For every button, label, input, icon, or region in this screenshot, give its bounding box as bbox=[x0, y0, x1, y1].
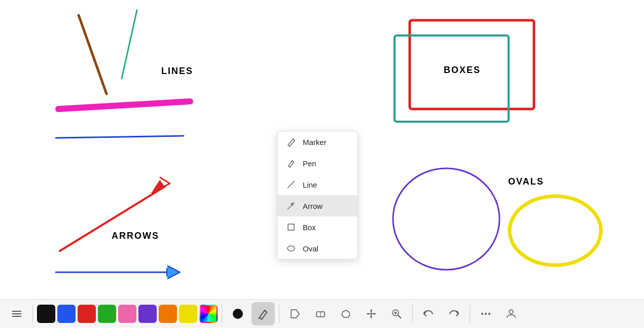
marker-label: Marker bbox=[303, 138, 327, 147]
pen-label: Pen bbox=[303, 159, 316, 168]
ovals-label: OVALS bbox=[508, 176, 544, 187]
move-button[interactable] bbox=[360, 302, 383, 325]
svg-line-3 bbox=[56, 136, 184, 138]
separator-1 bbox=[32, 305, 33, 323]
color-yellow[interactable] bbox=[179, 305, 197, 323]
color-multi[interactable] bbox=[199, 305, 218, 323]
menu-item-marker[interactable]: Marker bbox=[277, 131, 357, 153]
profile-button[interactable] bbox=[499, 302, 523, 325]
svg-marker-28 bbox=[367, 313, 369, 315]
pen-icon bbox=[285, 158, 297, 169]
svg-point-11 bbox=[510, 196, 601, 265]
boxes-label: BOXES bbox=[444, 65, 481, 76]
box-label: Box bbox=[303, 223, 316, 232]
more-options-button[interactable] bbox=[474, 302, 497, 325]
svg-point-37 bbox=[509, 310, 513, 314]
color-pink[interactable] bbox=[118, 305, 136, 323]
color-red[interactable] bbox=[78, 305, 96, 323]
oval-label: Oval bbox=[303, 244, 318, 253]
zoom-button[interactable] bbox=[385, 302, 408, 325]
marker-icon bbox=[285, 136, 297, 148]
canvas-area[interactable]: LINES ARROWS BOXES OVALS Marker Pen Line bbox=[0, 0, 644, 299]
label-button[interactable] bbox=[283, 302, 307, 325]
svg-point-34 bbox=[481, 313, 483, 315]
box-icon bbox=[285, 222, 297, 233]
svg-marker-29 bbox=[374, 313, 376, 315]
color-blue[interactable] bbox=[57, 305, 76, 323]
lines-label: LINES bbox=[161, 66, 193, 77]
redo-button[interactable] bbox=[442, 302, 466, 325]
color-orange[interactable] bbox=[159, 305, 177, 323]
eraser-button[interactable] bbox=[309, 302, 332, 325]
separator-5 bbox=[470, 305, 470, 323]
menu-item-oval[interactable]: Oval bbox=[277, 238, 357, 259]
line-label: Line bbox=[303, 180, 317, 189]
menu-item-arrow[interactable]: Arrow bbox=[277, 195, 357, 216]
svg-marker-27 bbox=[370, 316, 372, 318]
undo-button[interactable] bbox=[417, 302, 440, 325]
svg-line-12 bbox=[293, 139, 295, 140]
separator-2 bbox=[222, 305, 222, 323]
separator-4 bbox=[412, 305, 413, 323]
color-circle-button[interactable] bbox=[226, 302, 249, 325]
arrow-label: Arrow bbox=[303, 202, 323, 210]
svg-point-36 bbox=[488, 313, 490, 315]
toolbar bbox=[0, 299, 644, 328]
svg-line-0 bbox=[79, 15, 106, 94]
line-icon bbox=[285, 179, 297, 190]
svg-point-35 bbox=[485, 313, 487, 315]
svg-line-21 bbox=[259, 317, 260, 319]
svg-line-31 bbox=[398, 315, 401, 318]
menu-item-pen[interactable]: Pen bbox=[277, 153, 357, 174]
svg-point-20 bbox=[233, 309, 243, 319]
svg-line-1 bbox=[122, 10, 137, 79]
svg-marker-26 bbox=[370, 309, 372, 311]
svg-point-16 bbox=[288, 246, 295, 251]
separator-3 bbox=[279, 305, 279, 323]
arrow-icon bbox=[285, 200, 297, 211]
svg-line-2 bbox=[58, 101, 190, 109]
lasso-button[interactable] bbox=[334, 302, 357, 325]
color-green[interactable] bbox=[98, 305, 116, 323]
svg-rect-15 bbox=[288, 224, 294, 230]
oval-icon bbox=[285, 243, 297, 254]
color-black[interactable] bbox=[37, 305, 55, 323]
color-purple[interactable] bbox=[138, 305, 157, 323]
menu-item-box[interactable]: Box bbox=[277, 216, 357, 238]
arrows-label: ARROWS bbox=[112, 231, 159, 241]
pen-tool-button[interactable] bbox=[252, 302, 275, 325]
menu-item-line[interactable]: Line bbox=[277, 174, 357, 195]
svg-line-13 bbox=[288, 181, 295, 188]
tool-dropdown-menu: Marker Pen Line Arrow Box bbox=[277, 131, 358, 260]
menu-button[interactable] bbox=[5, 302, 28, 325]
svg-point-10 bbox=[393, 168, 499, 270]
